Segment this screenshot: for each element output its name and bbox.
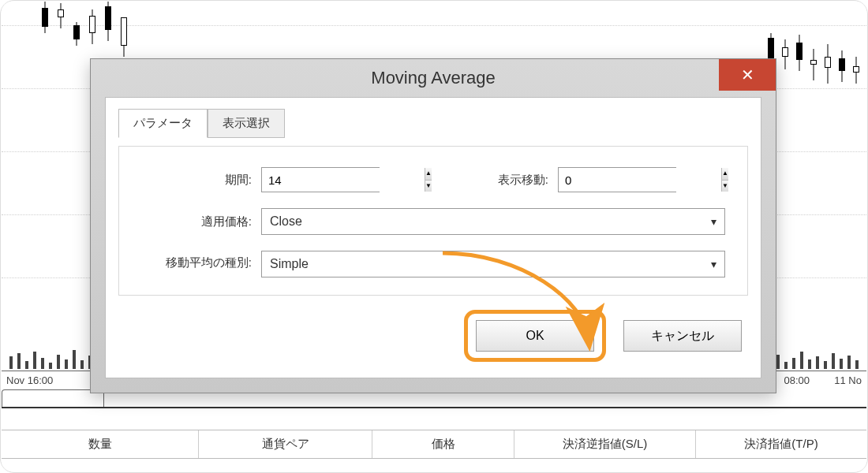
dialog-title: Moving Average [371, 68, 495, 88]
shift-input[interactable] [559, 168, 721, 192]
parameters-panel: 期間: ▲ ▼ 表示移動: ▲ ▼ 適用価格: [118, 146, 748, 296]
period-label: 期間: [141, 173, 252, 188]
dialog-body: パラメータ 表示選択 期間: ▲ ▼ 表示移動: ▲ ▼ [105, 97, 761, 378]
period-down[interactable]: ▼ [425, 181, 432, 192]
apply-price-select[interactable]: Close ▾ [261, 208, 725, 235]
col-pair[interactable]: 通貨ペア [199, 430, 372, 458]
dialog-footer: OK キャンセル [118, 296, 748, 362]
dialog-titlebar[interactable]: Moving Average ✕ [91, 59, 776, 97]
shift-down[interactable]: ▼ [722, 181, 728, 192]
ma-method-select[interactable]: Simple ▾ [261, 251, 725, 277]
period-up[interactable]: ▲ [425, 168, 432, 181]
time-label: 08:00 [784, 374, 810, 386]
time-label: 11 No [834, 374, 862, 386]
col-qty[interactable]: 数量 [2, 430, 199, 458]
col-price[interactable]: 価格 [372, 430, 514, 458]
moving-average-dialog: Moving Average ✕ パラメータ 表示選択 期間: ▲ ▼ 表示移 [90, 58, 776, 393]
apply-price-value: Close [270, 214, 302, 229]
shift-label: 表示移動: [438, 173, 548, 188]
chevron-down-icon: ▾ [711, 215, 716, 228]
tab-display[interactable]: 表示選択 [208, 109, 285, 138]
chevron-down-icon: ▾ [711, 258, 716, 270]
close-button[interactable]: ✕ [719, 59, 776, 91]
ok-button[interactable]: OK [476, 320, 594, 352]
app-frame: Nov 16:00 08:00 11 No 数量 通貨ペア 価格 決済逆指値(S… [0, 0, 868, 473]
period-stepper[interactable]: ▲ ▼ [261, 167, 380, 192]
shift-up[interactable]: ▲ [722, 168, 728, 181]
apply-label: 適用価格: [141, 214, 252, 229]
shift-stepper[interactable]: ▲ ▼ [558, 167, 676, 192]
dialog-tabs: パラメータ 表示選択 [118, 109, 748, 138]
method-label: 移動平均の種別: [141, 251, 252, 270]
period-input[interactable] [262, 168, 425, 192]
close-icon: ✕ [741, 65, 754, 84]
ok-highlight: OK [464, 310, 606, 362]
orders-header: 数量 通貨ペア 価格 決済逆指値(S/L) 決済指値(T/P) [2, 430, 866, 459]
tab-parameters[interactable]: パラメータ [118, 109, 208, 138]
col-sl[interactable]: 決済逆指値(S/L) [514, 430, 696, 458]
cancel-button[interactable]: キャンセル [623, 320, 742, 352]
time-label: Nov 16:00 [6, 374, 53, 386]
ma-method-value: Simple [270, 257, 309, 271]
chart-tab[interactable] [2, 389, 104, 407]
col-tp[interactable]: 決済指値(T/P) [696, 430, 866, 458]
